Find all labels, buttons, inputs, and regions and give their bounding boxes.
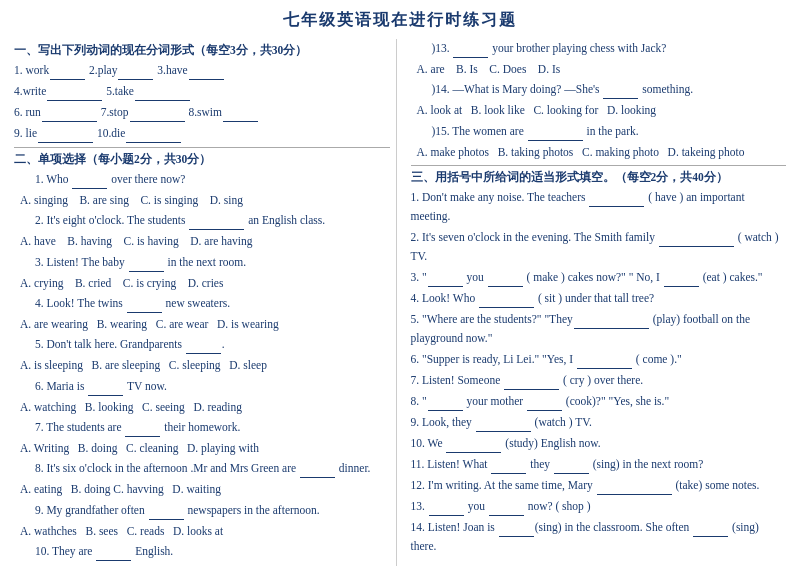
q8-opts: A. eating B. doing C. havving D. waiting (20, 480, 390, 498)
s3-q11: 11. Listen! What they (sing) in the next… (411, 455, 787, 474)
s3-q1: 1. Don't make any noise. The teachers ( … (411, 188, 787, 226)
q6-opts: A. watching B. looking C. seeing D. read… (20, 398, 390, 416)
s3-q13: 13. you now? ( shop ) (411, 497, 787, 516)
q7: 7. The students are their homework. (14, 418, 390, 437)
q9-opts: A. wathches B. sees C. reads D. looks at (20, 522, 390, 540)
q4-opts: A. are wearing B. wearing C. are wear D.… (20, 315, 390, 333)
q14-opts: A. look at B. look like C. looking for D… (417, 101, 787, 119)
q3: 3. Listen! The baby in the next room. (14, 253, 390, 272)
q10: 10. They are English. (14, 542, 390, 561)
s3-q4: 4. Look! Who ( sit ) under that tall tre… (411, 289, 787, 308)
q9: 9. My grandfather often newspapers in th… (14, 501, 390, 520)
s3-q2: 2. It's seven o'clock in the evening. Th… (411, 228, 787, 266)
s3-q8: 8. " your mother (cook)?" "Yes, she is." (411, 392, 787, 411)
s3-q5: 5. "Where are the students?" "They (play… (411, 310, 787, 348)
s3-q10: 10. We (study) English now. (411, 434, 787, 453)
s3-q3: 3. " you ( make ) cakes now?" " No, I (e… (411, 268, 787, 287)
s3-q12: 12. I'm writing. At the same time, Mary … (411, 476, 787, 495)
q7-opts: A. Writing B. doing C. cleaning D. playi… (20, 439, 390, 457)
s3-q9: 9. Look, they (watch ) TV. (411, 413, 787, 432)
q6: 6. Maria is TV now. (14, 377, 390, 396)
q14: )14. —What is Mary doing? —She's somethi… (411, 80, 787, 99)
right-column: )13. your brother playing chess with Jac… (407, 39, 787, 566)
q3-opts: A. crying B. cried C. is crying D. cries (20, 274, 390, 292)
q13: )13. your brother playing chess with Jac… (411, 39, 787, 58)
section2-title: 二、单项选择（每小题2分，共30分） (14, 152, 390, 167)
q5-opts: A. is sleeping B. are sleeping C. sleepi… (20, 356, 390, 374)
section1-row3: 6. run 7.stop 8.swim (14, 103, 390, 122)
q2-opts: A. have B. having C. is having D. are ha… (20, 232, 390, 250)
q15: )15. The women are in the park. (411, 122, 787, 141)
section1-row4: 9. lie 10.die (14, 124, 390, 143)
section1-row2: 4.write 5.take (14, 82, 390, 101)
q4: 4. Look! The twins new sweaters. (14, 294, 390, 313)
page-title: 七年级英语现在进行时练习题 (14, 10, 786, 31)
q1: 1. Who over there now? (14, 170, 390, 189)
q5: 5. Don't talk here. Grandparents . (14, 335, 390, 354)
q13-opts: A. are B. Is C. Does D. Is (417, 60, 787, 78)
q2: 2. It's eight o'clock. The students an E… (14, 211, 390, 230)
q15-opts: A. make photos B. taking photos C. makin… (417, 143, 787, 161)
section1-title: 一、写出下列动词的现在分词形式（每空3分，共30分） (14, 43, 390, 58)
s3-q6: 6. "Supper is ready, Li Lei." "Yes, I ( … (411, 350, 787, 369)
section1-row1: 1. work 2.play 3.have (14, 61, 390, 80)
section3-title: 三、用括号中所给词的适当形式填空。（每空2分，共40分） (411, 170, 787, 185)
left-column: 一、写出下列动词的现在分词形式（每空3分，共30分） 1. work 2.pla… (14, 39, 397, 566)
s3-q14: 14. Listen! Joan is (sing) in the classr… (411, 518, 787, 556)
s3-q7: 7. Listen! Someone ( cry ) over there. (411, 371, 787, 390)
q8: 8. It's six o'clock in the afternoon .Mr… (14, 459, 390, 478)
q1-opts: A. singing B. are sing C. is singing D. … (20, 191, 390, 209)
